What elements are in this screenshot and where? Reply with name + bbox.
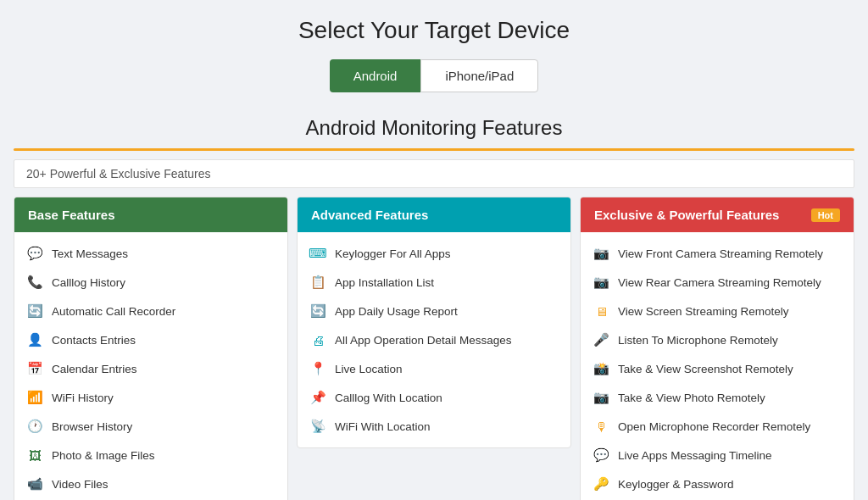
- feature-label: Photo & Image Files: [52, 449, 155, 462]
- feature-label: Take & View Photo Remotely: [618, 392, 765, 404]
- exclusive-features-column: Exclusive & Powerful Features Hot 📷View …: [580, 197, 854, 500]
- feature-icon: 🎙: [593, 418, 609, 435]
- list-item[interactable]: 📸Take & View Screenshot Remotely: [581, 354, 854, 383]
- feature-icon: 🔄: [26, 303, 43, 319]
- list-item[interactable]: 🔄Automatic Call Recorder: [14, 297, 287, 325]
- feature-label: App Installation List: [335, 276, 434, 289]
- feature-icon: 🖼: [26, 447, 43, 464]
- page-title: Select Your Target Device: [14, 17, 854, 44]
- list-item[interactable]: 🖥View Screen Streaming Remotely: [581, 297, 854, 325]
- advanced-features-body: ⌨Keylogger For All Apps📋App Installation…: [298, 232, 570, 447]
- list-item[interactable]: 💬Live Apps Messaging Timeline: [581, 441, 854, 469]
- list-item[interactable]: 🖼Photo & Image Files: [14, 441, 287, 469]
- list-item[interactable]: 📡WiFi With Location: [298, 412, 570, 441]
- feature-icon: 📅: [26, 360, 43, 377]
- feature-icon: 📋: [309, 274, 326, 291]
- list-item[interactable]: 📷View Rear Camera Streaming Remotely: [581, 268, 854, 297]
- feature-label: Automatic Call Recorder: [52, 305, 175, 318]
- feature-icon: 📶: [26, 389, 43, 406]
- list-item[interactable]: 📹Video Files: [14, 469, 287, 498]
- feature-icon: 🎤: [593, 331, 609, 348]
- advanced-features-title: Advanced Features: [311, 208, 428, 222]
- base-features-header: Base Features: [14, 197, 287, 232]
- list-item[interactable]: 🕐Browser History: [14, 412, 287, 441]
- feature-icon: 📷: [593, 245, 609, 262]
- feature-label: App Daily Usage Report: [335, 305, 458, 318]
- feature-icon: 📍: [309, 360, 326, 377]
- list-item[interactable]: 🖨All App Operation Detail Messages: [298, 325, 570, 354]
- feature-label: WiFi History: [52, 392, 114, 404]
- list-item[interactable]: 📷Take & View Photo Remotely: [581, 383, 854, 412]
- feature-label: View Screen Streaming Remotely: [618, 305, 789, 318]
- base-features-column: Base Features 💬Text Messages📞Calllog His…: [14, 197, 288, 500]
- feature-icon: 💬: [593, 447, 609, 464]
- feature-label: Calllog With Location: [335, 392, 442, 404]
- list-item[interactable]: 📍Live Location: [298, 354, 570, 383]
- feature-icon: 📷: [593, 389, 609, 406]
- feature-icon: 📌: [309, 389, 326, 406]
- list-item[interactable]: 📅Calendar Entries: [14, 354, 287, 383]
- feature-label: View Rear Camera Streaming Remotely: [618, 276, 821, 289]
- list-item[interactable]: 🎙Open Microphone Recorder Remotely: [581, 412, 854, 441]
- feature-label: Video Files: [52, 478, 108, 491]
- android-button[interactable]: Android: [330, 59, 421, 92]
- list-item[interactable]: 👤Contacts Entries: [14, 325, 287, 354]
- list-item[interactable]: 📷View Front Camera Streaming Remotely: [581, 239, 854, 268]
- feature-label: WiFi With Location: [335, 420, 431, 433]
- feature-icon: ⌨: [309, 245, 326, 262]
- section-underline: [14, 148, 854, 151]
- feature-icon: 🖥: [593, 303, 609, 319]
- feature-icon: 💬: [26, 245, 43, 262]
- advanced-features-column: Advanced Features ⌨Keylogger For All App…: [297, 197, 571, 448]
- feature-icon: 🕐: [26, 418, 43, 435]
- list-item[interactable]: 📶WiFi History: [14, 383, 287, 412]
- features-label: 20+ Powerful & Exclusive Features: [14, 159, 854, 188]
- feature-label: View Front Camera Streaming Remotely: [618, 247, 823, 260]
- feature-icon: 👤: [26, 331, 43, 348]
- list-item[interactable]: 📞Calllog History: [14, 268, 287, 297]
- feature-label: Calllog History: [52, 276, 125, 289]
- exclusive-features-title: Exclusive & Powerful Features: [594, 208, 779, 222]
- device-button-group: Android iPhone/iPad: [14, 59, 854, 92]
- list-item[interactable]: 🔄App Daily Usage Report: [298, 297, 570, 325]
- feature-label: Keylogger For All Apps: [335, 247, 451, 260]
- advanced-features-header: Advanced Features: [298, 197, 570, 232]
- list-item[interactable]: 📋App Installation List: [298, 268, 570, 297]
- feature-label: Take & View Screenshot Remotely: [618, 363, 793, 375]
- list-item[interactable]: 🎤Listen To Microphone Remotely: [581, 325, 854, 354]
- feature-icon: 🖨: [309, 331, 326, 348]
- feature-icon: 📷: [593, 274, 609, 291]
- feature-label: Open Microphone Recorder Remotely: [618, 420, 810, 433]
- feature-icon: 📡: [309, 418, 326, 435]
- iphone-button[interactable]: iPhone/iPad: [420, 59, 538, 92]
- list-item[interactable]: ⌨Keylogger For All Apps: [298, 239, 570, 268]
- feature-label: Browser History: [52, 420, 132, 433]
- features-columns: Base Features 💬Text Messages📞Calllog His…: [14, 197, 854, 500]
- exclusive-features-header: Exclusive & Powerful Features Hot: [581, 197, 854, 232]
- feature-label: Keylogger & Password: [618, 478, 734, 491]
- feature-icon: 🔄: [309, 303, 326, 319]
- list-item[interactable]: 📌Calllog With Location: [298, 383, 570, 412]
- section-title: Android Monitoring Features: [14, 116, 854, 140]
- feature-icon: 📹: [26, 475, 43, 492]
- feature-label: Listen To Microphone Remotely: [618, 334, 778, 347]
- base-features-title: Base Features: [28, 208, 115, 222]
- list-item[interactable]: 🔑Keylogger & Password: [581, 469, 854, 498]
- base-features-body: 💬Text Messages📞Calllog History🔄Automatic…: [14, 232, 287, 500]
- feature-label: All App Operation Detail Messages: [335, 334, 512, 347]
- list-item[interactable]: 💬Text Messages: [14, 239, 287, 268]
- feature-label: Calendar Entries: [52, 363, 137, 375]
- feature-label: Contacts Entries: [52, 334, 136, 347]
- feature-icon: 🔑: [593, 475, 609, 492]
- feature-label: Text Messages: [52, 247, 128, 260]
- feature-label: Live Location: [335, 363, 403, 375]
- hot-badge: Hot: [811, 208, 840, 222]
- feature-label: Live Apps Messaging Timeline: [618, 449, 772, 462]
- exclusive-features-body: 📷View Front Camera Streaming Remotely📷Vi…: [581, 232, 854, 500]
- feature-icon: 📞: [26, 274, 43, 291]
- feature-icon: 📸: [593, 360, 609, 377]
